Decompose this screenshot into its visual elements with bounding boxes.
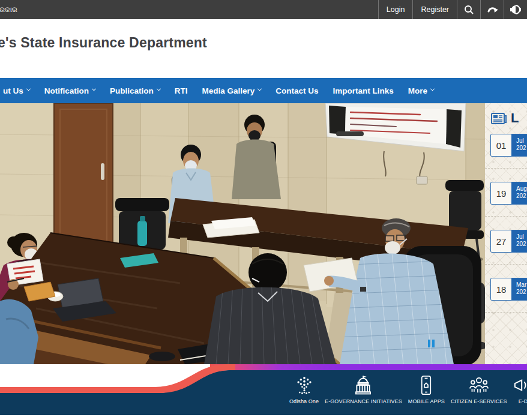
latest-news-sidebar: L 01 Jul 202 19 Aug 202 bbox=[485, 103, 527, 364]
news-date-card[interactable]: 18 Mar 202 bbox=[491, 278, 527, 300]
footer: Odisha One E-GOVERNANCE INITIATIVES bbox=[0, 364, 527, 415]
news-month-year: Jul 202 bbox=[511, 134, 527, 156]
footer-link-label: MOBILE APPS bbox=[408, 398, 445, 404]
news-day: 01 bbox=[491, 134, 511, 156]
search-button[interactable] bbox=[457, 0, 480, 19]
nav-item-notification[interactable]: Notification bbox=[37, 78, 103, 103]
nav-item-label: Publication bbox=[110, 86, 154, 95]
nav-item-about-us[interactable]: ut Us bbox=[3, 78, 37, 103]
footer-quick-links: Odisha One E-GOVERNANCE INITIATIVES bbox=[0, 374, 527, 404]
register-button[interactable]: Register bbox=[413, 0, 457, 19]
refresh-icon bbox=[487, 4, 498, 15]
news-year: 202 bbox=[516, 193, 527, 200]
footer-link-label: E-GOVERNANCE INITIATIVES bbox=[325, 398, 402, 404]
footer-link-partial[interactable]: E-D bbox=[513, 374, 527, 404]
nav-item-contact-us[interactable]: Contact Us bbox=[268, 78, 325, 103]
news-list: 01 Jul 202 19 Aug 202 bbox=[485, 134, 527, 326]
nav-item-label: Contact Us bbox=[276, 86, 318, 95]
news-month: Jul bbox=[516, 137, 527, 145]
pause-icon bbox=[432, 340, 435, 347]
chevron-down-icon bbox=[92, 87, 96, 91]
footer-link-label: CITIZEN E-SERVICES bbox=[451, 398, 507, 404]
news-day: 19 bbox=[491, 182, 511, 204]
nav-item-label: RTI bbox=[175, 86, 188, 95]
divider bbox=[485, 312, 527, 313]
news-item: 18 Mar 202 bbox=[491, 278, 527, 326]
nav-item-rti[interactable]: RTI bbox=[167, 78, 195, 103]
newspaper-icon bbox=[491, 112, 507, 125]
news-year: 202 bbox=[516, 289, 527, 296]
door bbox=[54, 103, 113, 257]
news-year: 202 bbox=[516, 241, 527, 248]
chevron-down-icon bbox=[157, 87, 161, 91]
news-month-year: Aug 202 bbox=[511, 182, 527, 204]
news-year: 202 bbox=[516, 145, 527, 152]
site-header: e's State Insurance Department bbox=[0, 19, 527, 78]
top-utility-bar: ରକାର Login Register bbox=[0, 0, 527, 19]
chevron-down-icon bbox=[257, 87, 262, 91]
topbar-spacer bbox=[17, 0, 378, 19]
divider bbox=[485, 264, 527, 265]
contrast-toggle-button[interactable] bbox=[504, 0, 527, 19]
page-bottom-margin bbox=[0, 415, 527, 420]
nav-item-more[interactable]: More bbox=[401, 78, 441, 103]
government-building-icon bbox=[353, 374, 373, 395]
main-navigation: ut Us Notification Publication RTI Media… bbox=[0, 78, 527, 103]
refresh-button[interactable] bbox=[481, 0, 504, 19]
carousel-pause-button[interactable] bbox=[426, 338, 436, 348]
login-button[interactable]: Login bbox=[379, 0, 413, 19]
footer-link-odisha-one[interactable]: Odisha One bbox=[289, 374, 319, 404]
sidebar-heading: L bbox=[491, 110, 527, 126]
nav-item-label: More bbox=[408, 86, 427, 95]
search-icon bbox=[464, 5, 474, 15]
news-month-year: Mar 202 bbox=[511, 278, 527, 300]
news-item: 01 Jul 202 bbox=[491, 134, 527, 182]
contrast-icon bbox=[510, 4, 521, 15]
mobile-phone-icon bbox=[417, 374, 435, 395]
nav-item-important-links[interactable]: Important Links bbox=[326, 78, 401, 103]
nav-item-media-gallery[interactable]: Media Gallery bbox=[195, 78, 269, 103]
nav-item-label: Important Links bbox=[333, 86, 394, 95]
citizens-group-icon bbox=[468, 374, 490, 395]
odisha-one-icon bbox=[294, 374, 315, 395]
news-item: 27 Jul 202 bbox=[491, 230, 527, 278]
news-month-year: Jul 202 bbox=[511, 230, 527, 252]
govt-odia-brand-text: ରକାର bbox=[0, 0, 17, 19]
nav-item-label: Notification bbox=[44, 86, 89, 95]
partial-icon bbox=[513, 374, 527, 395]
divider bbox=[485, 216, 527, 217]
nav-item-label: ut Us bbox=[3, 86, 23, 95]
main-content: L 01 Jul 202 19 Aug 202 bbox=[0, 103, 527, 364]
news-month: Mar bbox=[516, 281, 527, 289]
nav-item-label: Media Gallery bbox=[202, 86, 255, 95]
meeting-photo bbox=[0, 103, 485, 364]
news-day: 18 bbox=[491, 278, 511, 300]
footer-link-egovernance[interactable]: E-GOVERNANCE INITIATIVES bbox=[325, 374, 402, 404]
news-date-card[interactable]: 01 Jul 202 bbox=[491, 134, 527, 156]
news-item: 19 Aug 202 bbox=[491, 182, 527, 230]
footer-link-mobile-apps[interactable]: MOBILE APPS bbox=[408, 374, 445, 404]
news-date-card[interactable]: 27 Jul 202 bbox=[491, 230, 527, 252]
chevron-down-icon bbox=[430, 87, 435, 91]
news-month: Aug bbox=[516, 185, 527, 193]
page-title: e's State Insurance Department bbox=[0, 35, 207, 51]
news-date-card[interactable]: 19 Aug 202 bbox=[491, 182, 527, 204]
nav-item-publication[interactable]: Publication bbox=[103, 78, 167, 103]
chevron-down-icon bbox=[26, 87, 31, 91]
sidebar-title: L bbox=[511, 110, 519, 126]
news-month: Jul bbox=[516, 233, 527, 241]
divider bbox=[485, 168, 527, 169]
news-day: 27 bbox=[491, 230, 511, 252]
footer-link-label: Odisha One bbox=[289, 398, 319, 404]
footer-link-label: E-D bbox=[519, 398, 527, 404]
pause-icon bbox=[428, 340, 430, 347]
footer-link-citizen-eservices[interactable]: CITIZEN E-SERVICES bbox=[451, 374, 507, 404]
hero-carousel-slide bbox=[0, 103, 485, 364]
